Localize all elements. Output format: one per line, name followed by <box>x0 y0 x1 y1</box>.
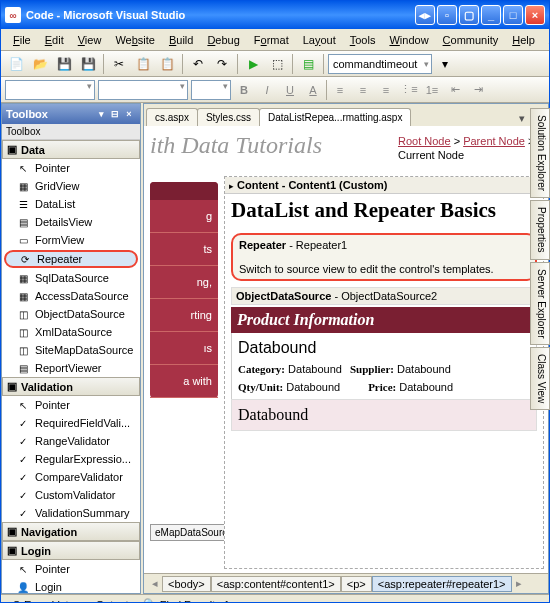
cut-icon[interactable]: ✂ <box>108 53 130 75</box>
group2-button[interactable]: ▫ <box>437 5 457 25</box>
tab-server-explorer[interactable]: Server Explorer <box>530 262 550 345</box>
doc-tab-2[interactable]: Styles.css <box>197 108 260 126</box>
style-combo[interactable] <box>5 80 95 100</box>
menu-file[interactable]: File <box>7 32 37 48</box>
align-left-icon[interactable]: ≡ <box>330 80 350 100</box>
minimize-button[interactable]: _ <box>481 5 501 25</box>
bullets-icon[interactable]: ⋮≡ <box>399 80 419 100</box>
section-data[interactable]: ▣Data <box>2 140 140 159</box>
item-summary[interactable]: ✓ValidationSummary <box>2 504 140 522</box>
item-compare[interactable]: ✓CompareValidator <box>2 468 140 486</box>
align-center-icon[interactable]: ≡ <box>353 80 373 100</box>
sidebar-item[interactable]: ng, <box>150 266 218 299</box>
toolbox-tab[interactable]: Toolbox <box>2 124 140 140</box>
outdent-icon[interactable]: ⇤ <box>445 80 465 100</box>
tab-dropdown-icon[interactable]: ▾ <box>514 110 530 126</box>
bold-icon[interactable]: B <box>234 80 254 100</box>
group1-button[interactable]: ◂▸ <box>415 5 435 25</box>
new-project-icon[interactable]: 📄 <box>5 53 27 75</box>
toolbox-close-icon[interactable]: × <box>122 107 136 121</box>
sidebar-item[interactable]: ts <box>150 233 218 266</box>
menu-format[interactable]: Format <box>248 32 295 48</box>
start-debug-icon[interactable]: ▶ <box>242 53 264 75</box>
menu-debug[interactable]: Debug <box>201 32 245 48</box>
tagpath-repeater[interactable]: <asp:repeater#repeater1> <box>372 576 512 592</box>
item-sqldatasource[interactable]: ▦SqlDataSource <box>2 269 140 287</box>
item-requiredfield[interactable]: ✓RequiredFieldVali... <box>2 414 140 432</box>
align-right-icon[interactable]: ≡ <box>376 80 396 100</box>
item-formview[interactable]: ▭FormView <box>2 231 140 249</box>
item-datalist[interactable]: ☰DataList <box>2 195 140 213</box>
item-custom[interactable]: ✓CustomValidator <box>2 486 140 504</box>
find-combo[interactable]: commandtimeout <box>328 54 432 74</box>
menu-tools[interactable]: Tools <box>344 32 382 48</box>
close-button[interactable]: × <box>525 5 545 25</box>
breadcrumb-root[interactable]: Root Node <box>398 135 451 147</box>
item-gridview[interactable]: ▦GridView <box>2 177 140 195</box>
menu-layout[interactable]: Layout <box>297 32 342 48</box>
sidebar-item[interactable]: a with <box>150 365 218 398</box>
item-l-pointer[interactable]: ↖Pointer <box>2 560 140 578</box>
item-accessdatasource[interactable]: ▦AccessDataSource <box>2 287 140 305</box>
font-combo[interactable] <box>98 80 188 100</box>
tab-output[interactable]: ▭Output <box>78 597 134 603</box>
fontcolor-icon[interactable]: A <box>303 80 323 100</box>
maximize-button[interactable]: □ <box>503 5 523 25</box>
paste-icon[interactable]: 📋 <box>156 53 178 75</box>
sidebar-item[interactable]: ıs <box>150 332 218 365</box>
tab-findresults[interactable]: 🔍Find Results 1 <box>138 597 235 603</box>
menu-addins[interactable]: Addins <box>543 32 550 48</box>
find-extra-icon[interactable]: ▾ <box>434 53 456 75</box>
group3-button[interactable]: ▢ <box>459 5 479 25</box>
tagpath-p[interactable]: <p> <box>341 576 372 592</box>
design-surface[interactable]: ith Data Tutorials Root Node > Parent No… <box>144 126 548 573</box>
item-login[interactable]: 👤Login <box>2 578 140 593</box>
item-xmldatasource[interactable]: ◫XmlDataSource <box>2 323 140 341</box>
menu-build[interactable]: Build <box>163 32 199 48</box>
section-login[interactable]: ▣Login <box>2 541 140 560</box>
numbering-icon[interactable]: 1≡ <box>422 80 442 100</box>
item-reportviewer[interactable]: ▤ReportViewer <box>2 359 140 377</box>
size-combo[interactable] <box>191 80 231 100</box>
item-regex[interactable]: ✓RegularExpressio... <box>2 450 140 468</box>
open-icon[interactable]: 📂 <box>29 53 51 75</box>
item-pointer[interactable]: ↖Pointer <box>2 159 140 177</box>
doc-tab-1[interactable]: cs.aspx <box>146 108 198 126</box>
doc-tab-3[interactable]: DataListRepea...rmatting.aspx <box>259 108 412 126</box>
italic-icon[interactable]: I <box>257 80 277 100</box>
content-placeholder[interactable]: ▸ Content - Content1 (Custom) DataList a… <box>224 176 544 569</box>
menu-window[interactable]: Window <box>383 32 434 48</box>
item-rangevalidator[interactable]: ✓RangeValidator <box>2 432 140 450</box>
save-all-icon[interactable]: 💾 <box>77 53 99 75</box>
menu-website[interactable]: Website <box>109 32 161 48</box>
section-validation[interactable]: ▣Validation <box>2 377 140 396</box>
tab-errorlist[interactable]: ⊘Error List <box>7 597 74 603</box>
item-v-pointer[interactable]: ↖Pointer <box>2 396 140 414</box>
menu-community[interactable]: Community <box>437 32 505 48</box>
underline-icon[interactable]: U <box>280 80 300 100</box>
tab-class-view[interactable]: Class View <box>530 347 550 410</box>
sidebar-item[interactable]: rting <box>150 299 218 332</box>
objectdatasource-control[interactable]: ObjectDataSource - ObjectDataSource2 <box>231 287 537 305</box>
toolbox-dropdown-icon[interactable]: ▾ <box>94 107 108 121</box>
indent-icon[interactable]: ⇥ <box>468 80 488 100</box>
breadcrumb-parent[interactable]: Parent Node <box>463 135 525 147</box>
debug-icon[interactable]: ⬚ <box>266 53 288 75</box>
sidebar-item[interactable]: g <box>150 200 218 233</box>
undo-icon[interactable]: ↶ <box>187 53 209 75</box>
menu-help[interactable]: Help <box>506 32 541 48</box>
repeater-control[interactable]: Repeater - Repeater1 Switch to source vi… <box>231 233 537 281</box>
tagpath-content[interactable]: <asp:content#content1> <box>211 576 341 592</box>
comment-icon[interactable]: ▤ <box>297 53 319 75</box>
tagpath-prev-icon[interactable]: ◂ <box>148 577 162 590</box>
tab-solution-explorer[interactable]: Solution Explorer <box>530 108 550 198</box>
save-icon[interactable]: 💾 <box>53 53 75 75</box>
item-repeater[interactable]: ⟳Repeater <box>4 250 138 268</box>
toolbox-pin-icon[interactable]: ⊟ <box>108 107 122 121</box>
tab-properties[interactable]: Properties <box>530 200 550 260</box>
menu-view[interactable]: View <box>72 32 108 48</box>
menu-edit[interactable]: Edit <box>39 32 70 48</box>
item-detailsview[interactable]: ▤DetailsView <box>2 213 140 231</box>
tagpath-body[interactable]: <body> <box>162 576 211 592</box>
item-sitemapdatasource[interactable]: ◫SiteMapDataSource <box>2 341 140 359</box>
